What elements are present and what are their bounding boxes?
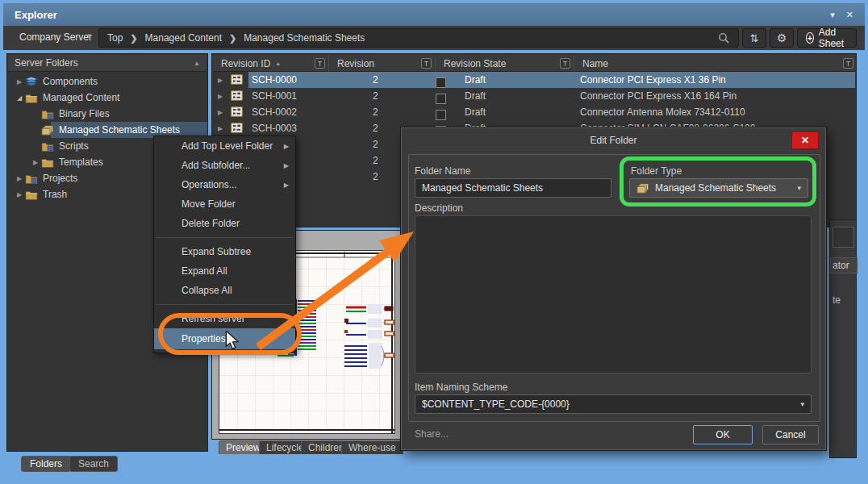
ok-button[interactable]: OK xyxy=(693,425,753,444)
tab-label: Children xyxy=(308,442,344,453)
filter-icon[interactable]: T xyxy=(560,58,570,69)
server-caret-icon[interactable]: ▾ xyxy=(87,31,91,40)
breadcrumb-item-top[interactable]: Top xyxy=(107,32,123,44)
filter-icon[interactable]: T xyxy=(315,58,325,69)
row-expander-icon[interactable]: ▶ xyxy=(218,77,223,84)
menu-item-add-top-level-folder[interactable]: Add Top Level Folder▶ xyxy=(154,136,295,156)
tab-folders[interactable]: Folders xyxy=(21,456,71,472)
close-icon[interactable]: ✕ xyxy=(846,10,853,20)
expander-icon[interactable]: ▶ xyxy=(30,159,41,166)
caret-down-icon: ▾ xyxy=(797,184,801,192)
filter-icon[interactable]: T xyxy=(421,58,432,69)
components-icon xyxy=(25,77,40,87)
tree-item-templates[interactable]: ▶ Templates xyxy=(30,154,103,170)
expander-icon[interactable]: ▶ xyxy=(14,175,25,182)
menu-item-label: Move Folder xyxy=(182,198,236,210)
column-revision[interactable]: Revision T xyxy=(329,55,436,72)
menu-item-label: Expand All xyxy=(182,265,227,277)
tree-item-trash[interactable]: ▶ Trash xyxy=(14,186,67,202)
menu-item-add-subfolder[interactable]: Add Subfolder...▶ xyxy=(154,156,295,175)
column-name[interactable]: Name T xyxy=(574,55,857,72)
row-expander-icon[interactable]: ▶ xyxy=(218,93,223,100)
menu-item-move-folder[interactable]: Move Folder xyxy=(154,194,295,214)
menu-item-expand-subtree[interactable]: Expand Subtree xyxy=(154,242,295,261)
breadcrumb-item-managed-schematic-sheets[interactable]: Managed Schematic Sheets xyxy=(244,32,365,44)
tree-item-label: Managed Schematic Sheets xyxy=(56,124,180,136)
tree-item-binary-files[interactable]: Binary Files xyxy=(41,106,110,122)
folder-icon xyxy=(25,93,40,103)
cancel-button[interactable]: Cancel xyxy=(762,425,819,444)
column-revision-state[interactable]: Revision State T xyxy=(436,55,574,72)
revision-state: Draft xyxy=(465,88,486,104)
state-checkbox[interactable] xyxy=(436,110,446,120)
filter-icon[interactable]: T xyxy=(843,58,853,69)
projects-folder-icon xyxy=(25,173,40,184)
share-link[interactable]: Share... xyxy=(415,428,449,440)
naming-scheme-dropdown[interactable]: $CONTENT_TYPE_CODE-{0000} ▾ xyxy=(415,394,812,414)
table-row[interactable]: ▶ SCH-0001 2 Draft Connector PCI Express… xyxy=(213,88,855,104)
tab-search[interactable]: Search xyxy=(69,456,118,472)
collapse-panel-icon[interactable]: ▲ xyxy=(194,60,200,67)
caret-down-icon: ▾ xyxy=(800,400,804,408)
breadcrumb-item-managed-content[interactable]: Managed Content xyxy=(145,32,222,44)
details-panel-sliver: ator te xyxy=(829,219,857,458)
search-icon[interactable] xyxy=(718,32,730,44)
cancel-label: Cancel xyxy=(775,429,805,440)
sort-asc-icon[interactable]: ▲ xyxy=(275,60,281,66)
panel-menu-icon[interactable]: ▾ xyxy=(830,10,835,20)
revision: 2 xyxy=(373,136,378,152)
state-checkbox[interactable] xyxy=(436,94,446,104)
sync-button[interactable]: ⇅ xyxy=(742,28,766,48)
menu-item-properties[interactable]: Properties... xyxy=(154,328,295,349)
submenu-arrow-icon: ▶ xyxy=(284,162,289,169)
chevron-right-icon: ❯ xyxy=(229,33,236,44)
tree-item-projects[interactable]: ▶ Projects xyxy=(14,170,77,186)
tree-item-components[interactable]: ▶ Components xyxy=(14,73,98,90)
tab-label: Where-use xyxy=(348,442,396,453)
menu-separator xyxy=(156,300,294,305)
tree-item-managed-content[interactable]: ◢ Managed Content xyxy=(14,90,119,106)
description-label: Description xyxy=(415,202,463,214)
tab-where-used[interactable]: Where-use xyxy=(341,440,403,454)
folder-icon xyxy=(41,157,56,168)
item-name: Connector PCI Express X16 164 Pin xyxy=(580,88,737,104)
expander-icon[interactable]: ◢ xyxy=(14,94,25,102)
tab-label: Lifecycle xyxy=(266,442,304,453)
folder-type-value: Managed Schematic Sheets xyxy=(655,182,776,194)
menu-item-delete-folder[interactable]: Delete Folder xyxy=(154,214,295,233)
dialog-close-button[interactable]: ✕ xyxy=(791,131,819,149)
menu-item-label: Collapse All xyxy=(182,285,232,296)
row-expander-icon[interactable]: ▶ xyxy=(218,125,223,132)
description-textarea[interactable] xyxy=(415,215,812,373)
plus-circle-icon: + xyxy=(806,32,814,44)
menu-item-operations[interactable]: Operations...▶ xyxy=(154,175,295,194)
folder-name-input[interactable] xyxy=(415,178,611,198)
server-folders-title: Server Folders xyxy=(15,57,78,69)
menu-item-refresh-server[interactable]: Refresh server xyxy=(154,309,295,328)
row-expander-icon[interactable]: ▶ xyxy=(218,109,223,116)
tree-item-scripts[interactable]: Scripts xyxy=(41,138,89,154)
expander-icon[interactable]: ▶ xyxy=(14,191,25,198)
state-checkbox[interactable] xyxy=(436,77,446,88)
menu-item-expand-all[interactable]: Expand All xyxy=(154,261,295,281)
gear-icon: ⚙ xyxy=(777,31,787,44)
revision: 2 xyxy=(373,120,378,136)
table-row[interactable]: ▶ SCH-0002 2 Draft Connector Antenna Mol… xyxy=(213,104,855,120)
menu-item-label: Delete Folder xyxy=(182,218,240,229)
server-selector[interactable]: Company Server xyxy=(19,31,92,43)
revision-id: SCH-0003 xyxy=(252,120,297,136)
submenu-arrow-icon: ▶ xyxy=(284,182,289,189)
folder-type-label: Folder Type xyxy=(631,165,682,177)
menu-item-label: Add Top Level Folder xyxy=(182,140,273,152)
folder-type-dropdown[interactable]: Managed Schematic Sheets ▾ xyxy=(629,178,808,198)
expander-icon[interactable]: ▶ xyxy=(14,78,25,86)
revision-state: Draft xyxy=(465,72,486,88)
column-revision-id[interactable]: Revision ID ▲ T xyxy=(213,55,329,72)
table-row[interactable]: ▶ SCH-0000 2 Draft Connector PCI Express… xyxy=(213,72,855,88)
tree-item-label: Binary Files xyxy=(56,108,110,119)
menu-item-collapse-all[interactable]: Collapse All xyxy=(154,281,295,300)
add-sheet-button[interactable]: + Add Sheet xyxy=(797,28,857,48)
settings-button[interactable]: ⚙ xyxy=(770,28,794,48)
menu-item-label: Expand Subtree xyxy=(182,246,251,257)
server-folders-header[interactable]: Server Folders ▲ xyxy=(8,55,207,72)
